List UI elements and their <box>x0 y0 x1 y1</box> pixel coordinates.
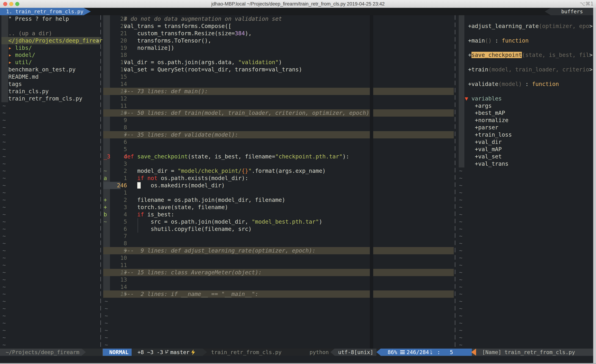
code-line[interactable]: 23# do not do data augmentation on valid… <box>103 15 454 22</box>
fold-text[interactable]: +-- 35 lines: def validate(model): <box>124 131 238 138</box>
up-a-dir[interactable]: .. (up a dir) <box>1 30 100 37</box>
code-text[interactable]: val_set = QuerySet(root=val_dir, transfo… <box>124 66 302 73</box>
code-tilde-row: ~ <box>105 334 115 341</box>
code-line[interactable]: 21 custom_transform.Resize(size=384), <box>103 30 454 37</box>
code-line[interactable]: 9 <box>103 116 454 124</box>
code-line[interactable]: 11 <box>103 262 454 269</box>
code-text[interactable]: transforms.ToTensor(), <box>124 37 211 44</box>
code-line[interactable]: 18 <box>103 51 454 59</box>
code-line[interactable]: b4 if is_best: <box>103 211 454 218</box>
code-line[interactable]: 17val_dir = os.path.join(args.data, "val… <box>103 59 454 66</box>
help-hint[interactable]: " Press ? for help <box>1 15 100 22</box>
empty-line-tilde: ~ <box>2 110 6 116</box>
file-train_retr_from_cls[interactable]: train_retr_from_cls.py <box>1 95 100 102</box>
tag-parser[interactable]: +parser <box>458 124 593 131</box>
code-line[interactable]: 10 <box>103 254 454 262</box>
tag-train_loss[interactable]: +train_loss <box>458 131 593 138</box>
file-train_cls[interactable]: train_cls.py <box>1 88 100 95</box>
dir-libs[interactable]: ▸ libs/ <box>1 44 100 51</box>
fold-text[interactable]: +-- 73 lines: def main(): <box>124 88 208 95</box>
code-text[interactable]: # do not do data augmentation on validat… <box>124 15 282 22</box>
code-line[interactable]: 20 transforms.ToTensor(), <box>103 37 454 44</box>
code-line[interactable]: +2 filename = os.path.join(model_dir, fi… <box>103 196 454 204</box>
tag-train[interactable]: +train(model, train_loader, criterio> <box>458 66 593 73</box>
code-line[interactable]: 6 <box>103 138 454 146</box>
code-text[interactable]: model_dir = "model/check_point/{}".forma… <box>124 167 326 175</box>
tag-main[interactable]: +main() : function <box>458 37 593 44</box>
code-line[interactable]: 15 <box>103 73 454 80</box>
tag-best_mAP[interactable]: +best_mAP <box>458 109 593 116</box>
code-text[interactable]: os.makedirs(model_dir) <box>124 182 225 189</box>
code-text[interactable]: if not os.path.exists(model_dir): <box>124 175 248 182</box>
scope-variables[interactable]: ▼ variables <box>458 95 593 102</box>
text-segment: : <box>522 81 532 87</box>
fold-line[interactable]: 10+-- 50 lines: def train(model, train_l… <box>103 109 454 116</box>
code-line[interactable]: 14 <box>103 80 454 88</box>
code-line[interactable]: 16val_set = QuerySet(root=val_dir, trans… <box>103 66 454 73</box>
tagbar-window-separator[interactable] <box>455 15 455 349</box>
code-line[interactable]: +3 torch.save(state, filename) <box>103 204 454 211</box>
code-text[interactable]: torch.save(state, filename) <box>124 204 228 211</box>
fold-text[interactable]: +-- 50 lines: def train(model, train_loa… <box>124 109 373 116</box>
code-line[interactable]: 11 <box>103 102 454 109</box>
fold-line[interactable]: 12+-- 15 lines: class AverageMeter(objec… <box>103 269 454 276</box>
tag-val_trans[interactable]: +val_trans <box>458 160 593 167</box>
terminal-scrollbar[interactable] <box>593 8 596 364</box>
file-benchmark_on_test[interactable]: benchmark_on_test.py <box>1 66 100 73</box>
macos-titlebar[interactable]: jdhao-MBP.local ~/Projects/deep_firearm/… <box>0 0 596 8</box>
code-line[interactable]: 13 <box>103 276 454 283</box>
file-tags[interactable]: tags <box>1 80 100 88</box>
code-line[interactable]: ~5 src = os.path.join(model_dir, "model_… <box>103 218 454 226</box>
code-line[interactable]: 22val_trans = transforms.Compose([ <box>103 22 454 30</box>
code-text[interactable]: val_dir = os.path.join(args.data, "valid… <box>124 59 282 66</box>
vim-command-line[interactable] <box>0 356 596 363</box>
code-text[interactable]: def save_checkpoint(state, is_best, file… <box>124 153 349 160</box>
fold-text[interactable]: +-- 2 lines: if __name__ == "__main__": <box>124 291 258 298</box>
code-line[interactable]: 12 <box>103 95 454 102</box>
tag-validate[interactable]: +validate(model) : function <box>458 80 593 88</box>
fold-text[interactable]: +-- 15 lines: class AverageMeter(object)… <box>124 269 262 276</box>
dir-model[interactable]: ▸ model/ <box>1 51 100 59</box>
code-text[interactable]: shutil.copyfile(filename, src) <box>124 226 252 233</box>
fold-text[interactable]: +-- 9 lines: def adjust_learning_rate(op… <box>124 247 316 254</box>
tag-val_mAP[interactable]: +val_mAP <box>458 146 593 153</box>
code-text[interactable]: normalize]) <box>124 44 174 51</box>
fold-line[interactable]: 15+-- 2 lines: if __name__ == "__main__"… <box>103 291 454 298</box>
root-path[interactable]: </jdhao/Projects/deep_firear> <box>1 37 100 44</box>
tag-normalize[interactable]: +normalize <box>458 116 593 124</box>
code-line[interactable]: 14 <box>103 283 454 291</box>
tag-args[interactable]: +args <box>458 102 593 109</box>
code-line[interactable]: 7 <box>103 233 454 240</box>
code-text[interactable]: if is_best: <box>124 211 174 218</box>
line-number: 6 <box>110 138 127 146</box>
file-README[interactable]: README.md <box>1 73 100 80</box>
code-line[interactable]: 3 <box>103 160 454 167</box>
code-line[interactable]: 5 <box>103 146 454 153</box>
tag-val_dir[interactable]: +val_dir <box>458 138 593 146</box>
code-line[interactable]: 19 normalize]) <box>103 44 454 51</box>
code-line[interactable]: 246 os.makedirs(model_dir) <box>103 182 454 189</box>
nerdtree-window-separator[interactable] <box>100 15 101 349</box>
code-line[interactable]: a1 if not os.path.exists(model_dir): <box>103 175 454 182</box>
text-segment: () <box>485 37 492 44</box>
fold-line[interactable]: 9+-- 9 lines: def adjust_learning_rate(o… <box>103 247 454 254</box>
code-text[interactable]: filename = os.path.join(model_dir, filen… <box>124 196 285 204</box>
code-line[interactable]: 1 <box>103 189 454 196</box>
code-text[interactable]: src = os.path.join(model_dir, "model_bes… <box>124 218 322 226</box>
tag-save_checkpoint[interactable]: +save_checkpoint(state, is_best, fil> <box>458 51 593 59</box>
dir-util[interactable]: ▸ util/ <box>1 59 100 66</box>
code-line[interactable]: 8 <box>103 124 454 131</box>
empty-line-tilde: ~ <box>459 189 462 196</box>
fold-line[interactable]: 7+-- 35 lines: def validate(model): <box>103 131 454 138</box>
code-text[interactable]: custom_transform.Resize(size=384), <box>124 30 252 37</box>
tag-val_set[interactable]: +val_set <box>458 153 593 160</box>
code-line[interactable]: _34def save_checkpoint(state, is_best, f… <box>103 153 454 160</box>
code-line[interactable]: ~2 model_dir = "model/check_point/{}".fo… <box>103 167 454 175</box>
code-line[interactable]: 8 <box>103 240 454 247</box>
powerline-arrow-icon <box>330 349 335 356</box>
code-text[interactable]: val_trans = transforms.Compose([ <box>124 22 231 30</box>
fold-line[interactable]: 13+-- 73 lines: def main(): <box>103 88 454 95</box>
code-line[interactable]: 6 shutil.copyfile(filename, src) <box>103 226 454 233</box>
tab-train-retr-from-cls[interactable]: 1. train_retr_from_cls.py <box>0 8 84 15</box>
tag-adjust_learning_rate[interactable]: +adjust_learning_rate(optimizer, epo> <box>458 22 593 30</box>
